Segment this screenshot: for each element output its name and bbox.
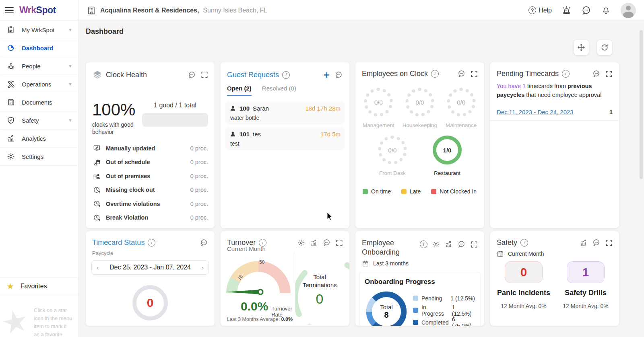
clock-health-rows: Manually updated 0 proc. Out of schedule… xyxy=(86,139,215,227)
in-progress-swatch xyxy=(413,308,418,313)
clocks-good-caption: clocks with good behavior xyxy=(92,121,136,136)
chevron-down-icon: ▼ xyxy=(68,27,72,32)
analytics-icon[interactable] xyxy=(445,240,452,248)
help-button[interactable]: ? Help xyxy=(528,6,552,14)
clock-health-row[interactable]: Manually updated 0 proc. xyxy=(92,141,208,155)
info-icon[interactable]: i xyxy=(420,240,427,248)
completed-swatch xyxy=(413,320,418,325)
sidebar-item-analytics[interactable]: Analytics xyxy=(0,129,78,148)
tab-resolved[interactable]: Resolved (0) xyxy=(262,85,296,96)
pending-timecards-card: Pending Timecards i You have 1 timecards… xyxy=(490,62,619,228)
info-icon[interactable]: i xyxy=(148,239,155,247)
settings-gear-icon[interactable] xyxy=(432,240,440,248)
info-icon[interactable]: i xyxy=(562,70,570,78)
calendar-icon xyxy=(362,260,369,267)
info-icon[interactable]: i xyxy=(431,70,439,78)
chevron-right-icon[interactable]: › xyxy=(202,264,204,271)
info-icon[interactable]: i xyxy=(282,71,290,79)
clock-health-row[interactable]: Break Violation 0 proc. xyxy=(92,211,208,225)
notifications-bell-icon[interactable] xyxy=(601,5,611,15)
comment-icon[interactable] xyxy=(457,240,466,249)
clock-alert-icon xyxy=(92,200,101,208)
comment-icon[interactable] xyxy=(592,238,601,247)
comment-icon[interactable] xyxy=(334,71,343,79)
safety-card: Safety i Current Month 0 Panic Incidents… xyxy=(490,231,619,326)
vertical-scrollbar[interactable] xyxy=(640,30,643,179)
clock-legend: On time Late Not Clocked In xyxy=(355,176,484,195)
terminations-value: 0 xyxy=(295,291,344,307)
user-avatar[interactable] xyxy=(621,3,636,18)
department-rings: 0/0 Management 0/0 Housekeeping 0/0 Main… xyxy=(355,82,484,176)
rearrange-widgets-button[interactable] xyxy=(574,40,589,55)
chat-icon[interactable] xyxy=(581,5,591,15)
comment-icon[interactable] xyxy=(592,70,601,78)
wrkspot-logo[interactable]: WrkSpot xyxy=(19,5,56,16)
dept-ring: 0/0 xyxy=(364,88,393,117)
sidebar-item-people[interactable]: People ▼ xyxy=(0,57,78,75)
expand-icon[interactable] xyxy=(201,71,208,78)
paycycle-range: Dec 25, 2023 - Jan 07, 2024 xyxy=(99,264,202,271)
dept-restaurant[interactable]: 1/0 Restaurant xyxy=(427,136,467,176)
property-selector[interactable]: Acqualina Resort & Residences, Sunny Isl… xyxy=(87,6,268,15)
dept-maintenance[interactable]: 0/0 Maintenance xyxy=(441,88,481,128)
request-age: 18d 17h 28m xyxy=(305,105,341,112)
comment-icon[interactable] xyxy=(200,238,208,247)
card-title-link[interactable]: Timecard Status xyxy=(92,238,144,247)
panic-incidents-stat[interactable]: 0 Panic Incidents 12 Month Avg: 0% xyxy=(493,261,554,309)
clock-health-row[interactable]: Overtime violations 0 proc. xyxy=(92,197,208,211)
expand-icon[interactable] xyxy=(471,70,478,78)
paycycle-label: Paycycle xyxy=(86,249,215,257)
expand-icon[interactable] xyxy=(336,239,343,247)
add-request-button[interactable]: + xyxy=(324,70,330,80)
settings-gear-icon[interactable] xyxy=(297,239,305,247)
paycycle-link[interactable]: Dec 11, 2023 - Dec 24, 2023 xyxy=(497,109,574,115)
layers-icon xyxy=(92,70,103,80)
favorites-hint: Click on a star icon in the menu item to… xyxy=(0,302,78,337)
sidebar: My WrkSpot ▼ Dashboard People ▼ Operatio… xyxy=(0,21,78,337)
expand-icon[interactable] xyxy=(471,241,478,248)
people-icon xyxy=(6,62,15,70)
dept-management[interactable]: 0/0 Management xyxy=(358,88,398,128)
comment-icon[interactable] xyxy=(457,70,466,78)
clock-health-row[interactable]: Out of schedule 0 proc. xyxy=(92,155,208,169)
sidebar-item-my-wrkspot[interactable]: My WrkSpot ▼ xyxy=(0,21,78,39)
guest-request-item[interactable]: 100 Saran 18d 17h 28m water bottle xyxy=(225,101,345,125)
comment-icon[interactable] xyxy=(188,71,196,79)
hamburger-menu-icon[interactable] xyxy=(5,6,14,15)
dept-ring: 0/0 xyxy=(447,88,476,117)
sidebar-item-dashboard[interactable]: Dashboard xyxy=(0,39,78,57)
sidebar-item-documents[interactable]: Documents xyxy=(0,93,78,111)
comment-icon[interactable] xyxy=(322,238,331,247)
safety-drills-stat[interactable]: 1 Safety Drills 12 Month Avg: 0% xyxy=(555,261,616,309)
dept-ring: 1/0 xyxy=(433,136,462,164)
schedule-warning-icon xyxy=(92,158,101,166)
guest-request-item[interactable]: 101 tes 17d 5m test xyxy=(225,127,345,150)
sidebar-item-safety[interactable]: Safety ▼ xyxy=(0,111,78,129)
clocks-ratio: 1 good / 1 total xyxy=(142,102,208,109)
tab-open[interactable]: Open (2) xyxy=(227,85,252,96)
sidebar-item-operations[interactable]: Operations ▼ xyxy=(0,75,78,93)
clock-alert-icon xyxy=(92,214,101,222)
expand-icon[interactable] xyxy=(605,239,613,247)
dept-housekeeping[interactable]: 0/0 Housekeeping xyxy=(400,88,440,128)
sidebar-item-settings[interactable]: Settings xyxy=(0,148,78,166)
expand-icon[interactable] xyxy=(605,70,613,78)
card-title-link[interactable]: Guest Requests xyxy=(227,71,279,79)
refresh-button[interactable] xyxy=(597,40,612,55)
analytics-icon[interactable] xyxy=(310,239,318,247)
onboarding-legend: Pending1 (12.5%) In Progress1 (12.5%) Co… xyxy=(413,290,475,326)
panic-siren-icon[interactable] xyxy=(561,5,572,15)
dept-front-desk[interactable]: 0/0 Front Desk xyxy=(372,136,413,176)
employees-on-clock-card: Employees on Clock i 0/0 Management 0/0 … xyxy=(355,62,484,228)
clock-health-row[interactable]: Missing clock out 0 proc. xyxy=(92,183,208,197)
guest-requests-list: 100 Saran 18d 17h 28m water bottle 101 t… xyxy=(221,96,349,156)
clock-health-row[interactable]: Out of premises 0 proc. xyxy=(92,169,208,183)
topbar-left: WrkSpot xyxy=(0,0,78,21)
paycycle-selector[interactable]: ‹ Dec 25, 2023 - Jan 07, 2024 › xyxy=(91,260,209,275)
info-icon[interactable]: i xyxy=(520,239,528,247)
not-clocked-in-swatch xyxy=(431,189,436,194)
guest-requests-card: Guest Requests i + Open (2) Resolved (0)… xyxy=(221,62,349,228)
card-title: Pending Timecards xyxy=(497,70,559,78)
analytics-icon[interactable] xyxy=(580,239,587,247)
clocks-progress-bar xyxy=(142,113,208,127)
